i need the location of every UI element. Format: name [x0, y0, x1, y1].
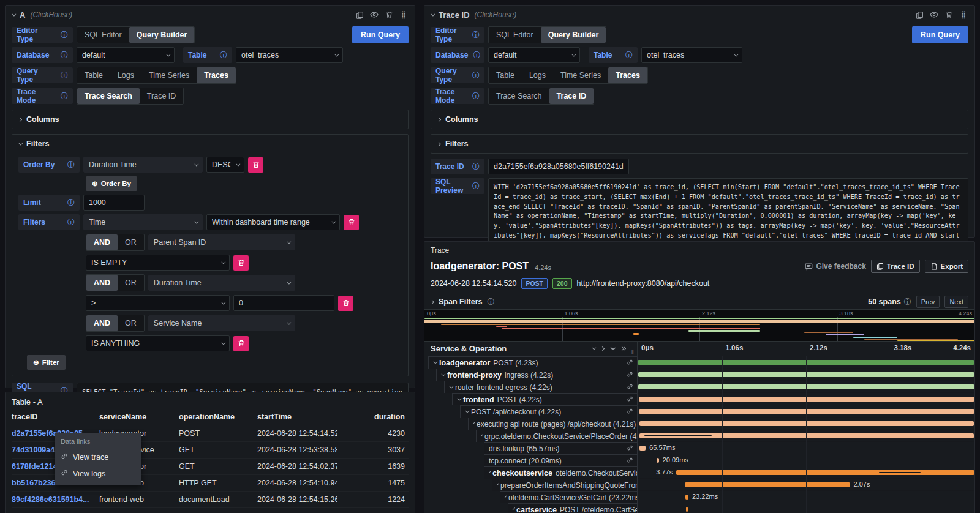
query-type-toggle-option[interactable]: Table [77, 67, 110, 83]
span-name-box[interactable]: checkoutserviceoteldemo.CheckoutService/… [484, 466, 638, 479]
span-row[interactable]: router frontend egress (4.22s) [424, 381, 974, 393]
table-column-header[interactable]: operationName [179, 409, 257, 425]
span-row[interactable]: loadgeneratorPOST (4.23s) [424, 356, 974, 369]
editor-type-toggle-option[interactable]: SQL Editor [489, 27, 541, 43]
span-link-icon[interactable] [627, 444, 633, 453]
eye-icon[interactable] [369, 10, 379, 20]
condition-field-select[interactable]: Service Name [148, 315, 295, 331]
give-feedback-button[interactable]: Give feedback [805, 262, 865, 271]
table-select[interactable]: otel_traces [641, 47, 742, 63]
span-row[interactable]: dns.lookup (65.57ms)65.57ms [424, 442, 974, 454]
trace-minimap[interactable]: 0μs1.06s2.12s3.18s4.24s [424, 310, 974, 342]
span-name-box[interactable]: prepareOrderItemsAndShippingQuoteFromCar… [492, 479, 638, 491]
panel-title[interactable]: A [20, 10, 25, 20]
bool-operator-toggle-option[interactable]: AND [86, 234, 118, 250]
remove-button[interactable] [233, 336, 249, 351]
remove-button[interactable] [233, 255, 249, 271]
span-name-box[interactable]: frontend-proxyingress (4.22s) [436, 369, 638, 381]
trace-id-input[interactable]: d2a7155ef6a928a05680e5ff6190241d [488, 159, 629, 174]
collapse-one-icon[interactable] [592, 347, 595, 350]
span-name-box[interactable]: router frontend egress (4.22s) [444, 381, 638, 393]
span-row[interactable]: frontendPOST (4.22s) [424, 393, 974, 405]
trace-mode-toggle-option[interactable]: Trace ID [140, 88, 183, 104]
columns-section-header[interactable]: Columns [431, 110, 968, 129]
span-row[interactable]: frontend-proxyingress (4.22s) [424, 369, 974, 381]
data-link-item[interactable]: View trace [55, 449, 141, 465]
copy-icon[interactable] [914, 10, 924, 20]
span-filters-label[interactable]: Span Filters [439, 298, 483, 306]
query-type-toggle-option[interactable]: Table [489, 67, 522, 83]
trash-icon[interactable] [384, 10, 394, 20]
span-row[interactable]: prepareOrderItemsAndShippingQuoteFromCar… [424, 479, 974, 491]
drag-handle-icon[interactable]: ⣿ [959, 10, 968, 20]
trash-icon[interactable] [944, 10, 954, 20]
span-link-icon[interactable] [627, 383, 633, 392]
condition-field-select[interactable]: Duration Time [148, 275, 295, 291]
span-row[interactable]: oteldemo.CartService/GetCart (23.22ms)23… [424, 491, 974, 503]
remove-button[interactable] [344, 215, 359, 230]
prev-button[interactable]: Prev [916, 296, 940, 308]
trace-mode-toggle-option[interactable]: Trace Search [77, 88, 140, 104]
expand-one-icon[interactable] [601, 347, 604, 350]
table-select[interactable]: otel_traces [236, 47, 343, 63]
query-type-toggle-option[interactable]: Time Series [553, 67, 608, 83]
span-row[interactable]: checkoutserviceoteldemo.CheckoutService/… [424, 466, 974, 479]
condition-operator-select[interactable]: IS ANYTHING [86, 335, 230, 351]
span-duration-bar[interactable] [685, 495, 688, 500]
span-duration-bar[interactable] [685, 482, 850, 487]
bool-operator-toggle-option[interactable]: OR [118, 315, 144, 331]
span-row[interactable]: grpc.oteldemo.CheckoutService/PlaceOrder… [424, 430, 974, 442]
span-name-box[interactable]: tcp.connect (20.09ms) [484, 454, 638, 466]
span-row[interactable]: POST /api/checkout (4.22s) [424, 405, 974, 418]
span-duration-bar[interactable] [639, 446, 646, 451]
condition-operator-select[interactable]: > [86, 295, 230, 311]
expand-all-icon[interactable] [620, 347, 625, 350]
span-link-icon[interactable] [627, 395, 633, 404]
span-duration-bar[interactable] [639, 433, 974, 438]
remove-button[interactable] [248, 157, 263, 173]
order-by-field-select[interactable]: Duration Time [83, 157, 203, 173]
span-row[interactable]: cartservicePOST /oteldemo.CartService/Ge… [424, 503, 974, 513]
span-row[interactable]: executing api route (pages) /api/checkou… [424, 418, 974, 430]
add-filter-button[interactable]: ⊕Filter [27, 355, 66, 370]
limit-input[interactable]: 1000 [83, 195, 145, 211]
bool-operator-toggle-option[interactable]: OR [118, 275, 144, 291]
editor-type-toggle-option[interactable]: Query Builder [129, 27, 195, 43]
run-query-button[interactable]: Run Query [352, 26, 409, 43]
column-resizer-handle[interactable]: ‖ [631, 349, 633, 356]
panel-collapse-icon[interactable] [431, 12, 435, 16]
span-name-box[interactable]: POST /api/checkout (4.22s) [460, 405, 638, 418]
span-name-box[interactable]: executing api route (pages) /api/checkou… [468, 418, 638, 430]
drag-handle-icon[interactable]: ⣿ [399, 10, 409, 20]
span-link-icon[interactable] [627, 457, 633, 465]
condition-field-select[interactable]: Parent Span ID [148, 234, 295, 250]
query-type-toggle-option[interactable]: Logs [522, 67, 553, 83]
query-type-toggle-option[interactable]: Traces [197, 67, 236, 83]
span-link-icon[interactable] [627, 359, 633, 367]
export-button[interactable]: Export [925, 260, 968, 273]
bool-operator-toggle-option[interactable]: AND [86, 275, 118, 291]
bool-operator-toggle-option[interactable]: AND [86, 315, 118, 331]
add-order-by-button[interactable]: ⊕Order By [86, 176, 137, 191]
chevron-right-icon[interactable] [430, 299, 434, 304]
trace-mode-toggle-option[interactable]: Trace Search [489, 88, 549, 104]
query-type-toggle-option[interactable]: Time Series [141, 67, 197, 83]
data-link-item[interactable]: View logs [55, 465, 141, 482]
trace-mode-toggle-option[interactable]: Trace ID [549, 88, 594, 104]
database-select[interactable]: default [77, 47, 175, 63]
copy-icon[interactable] [355, 10, 364, 20]
span-name-box[interactable]: frontendPOST (4.22s) [452, 393, 638, 405]
table-column-header[interactable]: serviceName [99, 409, 179, 425]
span-name-box[interactable]: oteldemo.CartService/GetCart (23.22ms) [500, 491, 638, 503]
columns-section-header[interactable]: Columns [12, 110, 408, 129]
table-column-header[interactable]: duration [337, 409, 409, 425]
condition-operator-select[interactable]: IS EMPTY [86, 255, 230, 271]
span-name-box[interactable]: grpc.oteldemo.CheckoutService/PlaceOrder… [476, 430, 638, 442]
trace-id-link[interactable]: 89cf4286e631591b4... [12, 491, 99, 507]
panel-title[interactable]: Trace ID [439, 10, 470, 20]
trace-id-button[interactable]: Trace ID [871, 260, 920, 273]
table-column-header[interactable]: startTime [257, 409, 337, 425]
span-duration-bar[interactable] [676, 470, 974, 475]
span-name-box[interactable]: loadgeneratorPOST (4.23s) [428, 356, 638, 369]
table-column-header[interactable]: traceID [12, 409, 99, 425]
